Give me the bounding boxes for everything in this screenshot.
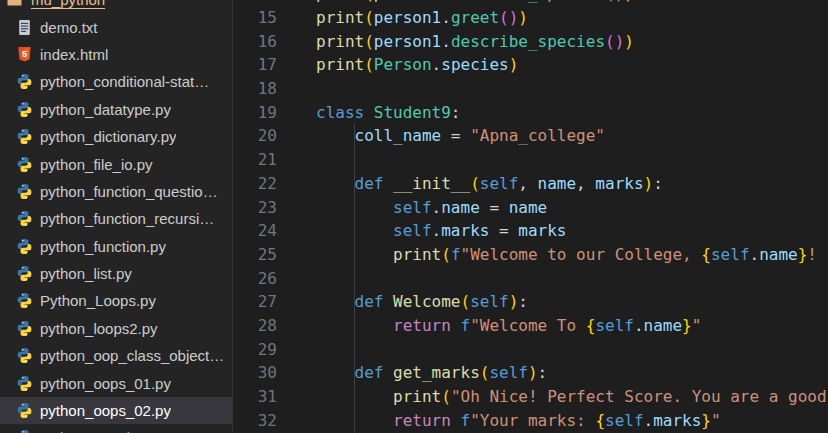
- line-number[interactable]: 23: [233, 196, 277, 220]
- line-number[interactable]: 21: [233, 148, 277, 172]
- code-line-19[interactable]: 19class Student9:: [233, 101, 828, 125]
- python-icon: [16, 156, 33, 173]
- line-number[interactable]: 25: [233, 243, 277, 267]
- code-text: def Welcome(self):: [316, 290, 528, 314]
- sidebar-item-python-function-questio[interactable]: python_function_questio…: [0, 178, 232, 205]
- line-number[interactable]: 19: [233, 101, 277, 125]
- python-icon: [16, 101, 33, 118]
- python-icon: [16, 320, 33, 337]
- line-number[interactable]: 26: [233, 267, 277, 291]
- sidebar-item-python-loops2-py[interactable]: python_loops2.py: [0, 315, 232, 342]
- line-number[interactable]: 15: [233, 6, 277, 30]
- code-text: return f"Welcome To {self.name}": [316, 314, 701, 338]
- python-icon: [16, 183, 33, 200]
- python-icon: [16, 73, 33, 90]
- code-line-17[interactable]: 17print(Person.species): [233, 53, 828, 77]
- python-icon: [16, 347, 33, 364]
- file-label: python_datatype.py: [40, 101, 171, 118]
- explorer-sidebar: mu_pythondemo.txt5index.htmlpython_condi…: [0, 0, 233, 433]
- file-label: python_function_recursi…: [40, 210, 214, 227]
- sidebar-item-python-conditional-stat[interactable]: python_conditional-stat…: [0, 68, 232, 95]
- file-label: python_loops2.py: [40, 320, 158, 337]
- file-list: mu_pythondemo.txt5index.htmlpython_condi…: [0, 0, 232, 433]
- code-text: coll_name = "Apna_college": [316, 124, 605, 148]
- code-line-16[interactable]: 16print(person1.describe_species()): [233, 30, 828, 54]
- code-text: class Student9:: [316, 101, 461, 125]
- code-line-32[interactable]: 32 return f"Your marks: {self.marks}": [233, 409, 828, 433]
- python-icon: [16, 265, 33, 282]
- sidebar-item-python-function-recursi[interactable]: python_function_recursi…: [0, 205, 232, 232]
- line-number[interactable]: 30: [233, 361, 277, 385]
- code-text: self.name = name: [316, 196, 547, 220]
- sidebar-item-python-file-io-py[interactable]: python_file_io.py: [0, 150, 232, 177]
- code-line-27[interactable]: 27 def Welcome(self):: [233, 290, 828, 314]
- code-text: print(f"Welcome to our College, {self.na…: [316, 243, 827, 267]
- code-text: print(person1.describe_species()): [316, 30, 634, 54]
- line-number[interactable]: 27: [233, 290, 277, 314]
- python-icon: [16, 429, 33, 433]
- code-line-29[interactable]: 29: [233, 338, 828, 362]
- code-line-24[interactable]: 24 self.marks = marks: [233, 219, 828, 243]
- file-label: index.html: [40, 46, 108, 63]
- line-number[interactable]: 24: [233, 219, 277, 243]
- code-line-22[interactable]: 22 def __init__(self, name, marks):: [233, 172, 828, 196]
- sidebar-item-python-oops-02-py[interactable]: python_oops_02.py: [0, 397, 232, 424]
- code-line-15[interactable]: 15print(person1.greet()): [233, 6, 828, 30]
- file-label: demo.txt: [40, 19, 98, 36]
- file-label: python_list.py: [40, 265, 132, 282]
- html5-icon: 5: [16, 46, 33, 63]
- code-line-31[interactable]: 31 print("Oh Nice! Perfect Score. You ar…: [233, 385, 828, 409]
- sidebar-item-python-oop-class-object[interactable]: python_oop_class_object…: [0, 342, 232, 369]
- line-number[interactable]: 18: [233, 77, 277, 101]
- svg-text:5: 5: [22, 49, 27, 59]
- python-icon: [16, 402, 33, 419]
- code-lines: 14print(person1.describe_species())15pri…: [233, 0, 828, 432]
- sidebar-item-python-loops-py[interactable]: Python_Loops.py: [0, 287, 232, 314]
- code-line-18[interactable]: 18: [233, 77, 828, 101]
- file-label: Python_Loops.py: [40, 292, 156, 309]
- code-text: print("Oh Nice! Perfect Score. You are a…: [316, 385, 827, 409]
- line-number[interactable]: 20: [233, 124, 277, 148]
- file-label: python_oops_02.py: [40, 402, 171, 419]
- line-number[interactable]: 17: [233, 53, 277, 77]
- code-editor[interactable]: 14print(person1.describe_species())15pri…: [233, 0, 828, 433]
- line-number[interactable]: 32: [233, 409, 277, 433]
- sidebar-item-index-html[interactable]: 5index.html: [0, 41, 232, 68]
- file-label: python_practice.py: [40, 429, 166, 433]
- code-line-23[interactable]: 23 self.name = name: [233, 196, 828, 220]
- file-label: python_oop_class_object…: [40, 347, 224, 364]
- code-text: print(person1.greet()): [316, 6, 528, 30]
- line-number[interactable]: 22: [233, 172, 277, 196]
- python-icon: [16, 375, 33, 392]
- file-label: python_dictionary.py: [40, 128, 176, 145]
- code-line-28[interactable]: 28 return f"Welcome To {self.name}": [233, 314, 828, 338]
- code-line-26[interactable]: 26: [233, 267, 828, 291]
- sidebar-item-python-function-py[interactable]: python_function.py: [0, 233, 232, 260]
- line-number[interactable]: 16: [233, 30, 277, 54]
- code-line-21[interactable]: 21: [233, 148, 828, 172]
- code-text: print(Person.species): [316, 53, 518, 77]
- sidebar-item-python-practice-py[interactable]: python_practice.py: [0, 424, 232, 433]
- line-number[interactable]: 31: [233, 385, 277, 409]
- sidebar-item-python-list-py[interactable]: python_list.py: [0, 260, 232, 287]
- sidebar-item-python-oops-01-py[interactable]: python_oops_01.py: [0, 369, 232, 396]
- sidebar-item-demo-txt[interactable]: demo.txt: [0, 13, 232, 40]
- code-line-25[interactable]: 25 print(f"Welcome to our College, {self…: [233, 243, 828, 267]
- file-label: mu_python: [31, 0, 105, 9]
- file-label: python_function.py: [40, 238, 166, 255]
- line-number[interactable]: 28: [233, 314, 277, 338]
- code-line-30[interactable]: 30 def get_marks(self):: [233, 361, 828, 385]
- file-label: python_conditional-stat…: [40, 73, 209, 90]
- code-text: return f"Your marks: {self.marks}": [316, 409, 721, 433]
- python-icon: [16, 238, 33, 255]
- python-icon: [16, 210, 33, 227]
- code-text: self.marks = marks: [316, 219, 566, 243]
- sidebar-item-python-datatype-py[interactable]: python_datatype.py: [0, 96, 232, 123]
- sidebar-item-python-dictionary-py[interactable]: python_dictionary.py: [0, 123, 232, 150]
- line-number[interactable]: 29: [233, 338, 277, 362]
- code-line-20[interactable]: 20 coll_name = "Apna_college": [233, 124, 828, 148]
- file-label: python_file_io.py: [40, 156, 153, 173]
- sidebar-item-mu-python[interactable]: mu_python: [0, 0, 232, 13]
- python-icon: [16, 128, 33, 145]
- python-icon: [16, 292, 33, 309]
